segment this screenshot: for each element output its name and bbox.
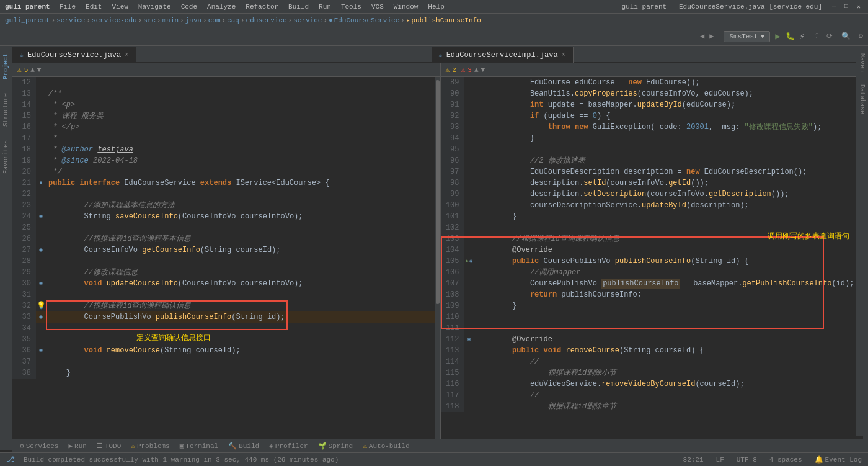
warnings-right: ⚠ 2 ⚠ 3 ▲ ▼: [446, 66, 485, 74]
build-message: Build completed successfully with 1 warn…: [20, 456, 680, 464]
menu-code[interactable]: Code: [179, 3, 199, 11]
minimize-button[interactable]: ─: [830, 2, 838, 11]
code-line-24: 24 ◉ String saveCourseInfo(CourseInfoVo …: [12, 211, 440, 222]
run-button[interactable]: ▶: [775, 31, 780, 42]
breadcrumb-part[interactable]: service: [293, 17, 322, 24]
statusbar-left: ⎇ Build completed successfully with 1 wa…: [2, 453, 680, 467]
warning-count-left: 5: [24, 66, 29, 74]
update-icon[interactable]: ⟳: [826, 32, 833, 41]
tab-close-button[interactable]: ×: [125, 52, 128, 58]
menu-build[interactable]: Build: [286, 3, 311, 11]
breadcrumb-part[interactable]: caq: [227, 17, 239, 24]
favorites-panel-label[interactable]: Favorites: [2, 140, 9, 174]
encoding-item[interactable]: UTF-8: [733, 453, 761, 467]
menu-tools[interactable]: Tools: [339, 3, 363, 11]
chevron-down-right[interactable]: ▼: [481, 66, 485, 74]
breadcrumb-part[interactable]: java: [185, 17, 202, 24]
database-panel-label[interactable]: Database: [859, 84, 866, 114]
chevron-down-left[interactable]: ▼: [37, 66, 42, 74]
code-line-r111: 111: [441, 323, 869, 334]
problems-tool[interactable]: ⚠ Problems: [126, 439, 174, 453]
breadcrumb-part[interactable]: eduservice: [246, 17, 287, 24]
event-log-item[interactable]: 🔔 Event Log: [811, 453, 866, 467]
tab-impl-label: EduCourseServiceImpl.java: [446, 51, 558, 60]
maximize-button[interactable]: □: [842, 2, 851, 11]
code-line-26: 26 //根据课程id查询课程基本信息: [12, 233, 440, 244]
build-tool[interactable]: 🔨 Build: [223, 439, 264, 453]
breadcrumb-part[interactable]: service: [56, 17, 85, 24]
menu-refactor[interactable]: Refactor: [244, 3, 280, 11]
code-line-36: 36 ◉ void removeCourse(String courseId);: [12, 345, 440, 356]
maven-panel-label[interactable]: Maven: [859, 53, 866, 72]
structure-panel-label[interactable]: Structure: [2, 93, 9, 127]
chevron-up-left[interactable]: ▲: [30, 66, 35, 74]
position-item[interactable]: 32:21: [680, 453, 707, 467]
run-config-selector[interactable]: SmsTest ▼: [724, 31, 770, 42]
menu-window[interactable]: Window: [392, 3, 420, 11]
editor-right-header: ⚠ 2 ⚠ 3 ▲ ▼: [441, 63, 869, 77]
indent-item[interactable]: 4 spaces: [766, 453, 806, 467]
spring-tool[interactable]: 🌱 Spring: [313, 439, 358, 453]
run-icon-105[interactable]: ▶: [466, 256, 469, 267]
breadcrumb-part[interactable]: main: [162, 17, 179, 24]
chevron-up-right[interactable]: ▲: [474, 66, 479, 74]
tab-edu-course-service[interactable]: ☕ EduCourseService.java ×: [12, 47, 136, 63]
nav-back-icon[interactable]: ◀: [700, 32, 704, 41]
git-icon: ⎇: [6, 455, 15, 464]
project-panel-label[interactable]: Project: [2, 53, 9, 79]
code-line-r93: 93 throw new GuliException( code: 20001,…: [441, 122, 869, 133]
editor-right-content[interactable]: 89 EduCourse eduCourse = new EduCourse()…: [441, 77, 869, 450]
bottom-toolbar: ⚙ Services ▶ Run ☰ TODO ⚠ Problems ▣ Ter…: [12, 439, 868, 452]
tab-impl-close-button[interactable]: ×: [562, 52, 565, 58]
spring-icon: 🌱: [318, 442, 327, 450]
menu-edit[interactable]: Edit: [84, 3, 104, 11]
services-tool[interactable]: ⚙ Services: [15, 439, 63, 453]
profile-button[interactable]: ⚡: [800, 31, 805, 42]
warnings-left: ⚠ 5 ▲ ▼: [17, 66, 41, 74]
run-tool[interactable]: ▶ Run: [63, 439, 91, 453]
line-ending-item[interactable]: LF: [712, 453, 728, 467]
menu-navigate[interactable]: Navigate: [136, 3, 173, 11]
search-icon[interactable]: 🔍: [841, 32, 851, 41]
terminal-tool[interactable]: ▣ Terminal: [175, 439, 223, 453]
git-icon-item[interactable]: ⎇: [2, 453, 19, 467]
settings-icon[interactable]: ⚙: [859, 32, 863, 41]
nav-forward-icon[interactable]: ▶: [709, 32, 714, 41]
warning-icon-32: 💡: [37, 300, 46, 311]
profiler-tool[interactable]: ◈ Profiler: [264, 439, 312, 453]
code-line-15: 15 * 课程 服务类: [12, 110, 440, 122]
breadcrumb-part[interactable]: EduCourseService: [334, 17, 400, 24]
code-line-25: 25: [12, 222, 440, 233]
breadcrumb-part[interactable]: src: [143, 17, 156, 24]
window-controls: ─ □ ✕: [830, 2, 863, 11]
menu-run[interactable]: Run: [317, 3, 333, 11]
code-line-12: 12: [12, 77, 440, 88]
todo-tool[interactable]: ☰ TODO: [92, 439, 126, 453]
code-line-r109: 109 }: [441, 300, 869, 311]
tab-edu-course-service-impl[interactable]: ☕ EduCourseServiceImpl.java ×: [432, 47, 574, 63]
breadcrumb-part[interactable]: com: [208, 17, 221, 24]
scrollbar-left[interactable]: [435, 77, 440, 450]
menu-analyze[interactable]: Analyze: [205, 3, 237, 11]
auto-build-tool[interactable]: ⚠ Auto-build: [358, 439, 415, 453]
scrollbar-thumb-left[interactable]: [436, 80, 440, 304]
code-line-r113: 113 public void removeCourse(String cour…: [441, 345, 869, 356]
code-line-37: 37: [12, 356, 440, 367]
menu-file[interactable]: File: [58, 3, 78, 11]
breadcrumb-part[interactable]: service-edu: [92, 17, 137, 24]
code-line-28: 28: [12, 256, 440, 267]
menu-view[interactable]: View: [110, 3, 130, 11]
debug-button[interactable]: 🐛: [786, 32, 795, 41]
close-button[interactable]: ✕: [854, 2, 863, 11]
left-sidebar: Project Structure Favorites: [0, 46, 12, 450]
menu-vcs[interactable]: VCS: [370, 3, 386, 11]
breadcrumb-part[interactable]: guli_parent: [5, 17, 50, 24]
line-ending-display: LF: [716, 456, 724, 464]
commit-icon[interactable]: ⤴: [815, 32, 818, 41]
code-line-r110: 110: [441, 311, 869, 323]
menu-help[interactable]: Help: [426, 3, 446, 11]
encoding-display: UTF-8: [737, 456, 757, 464]
breadcrumb-part[interactable]: publishCourseInfo: [412, 17, 481, 24]
menu-bar: File Edit View Navigate Code Analyze Ref…: [58, 3, 622, 11]
editor-left-content[interactable]: 12 13 /** 14 * <p>: [12, 77, 440, 450]
